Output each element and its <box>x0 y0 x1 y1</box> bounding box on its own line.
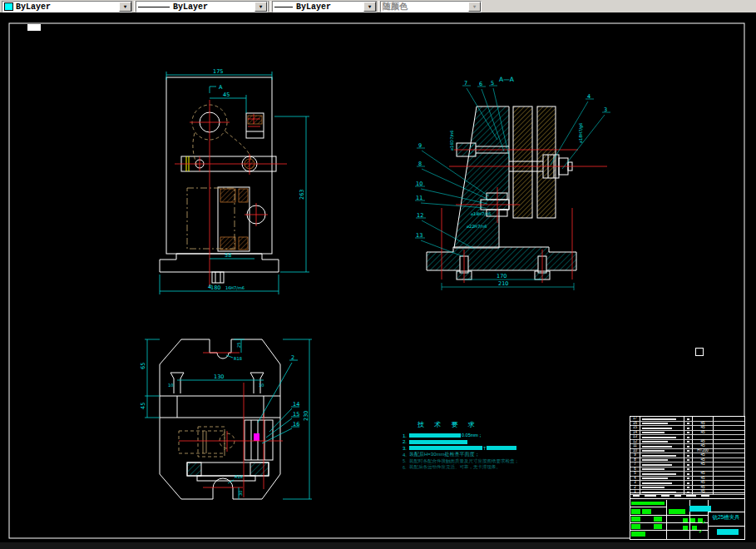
bom-name-bar <box>640 417 684 421</box>
item-tail: T <box>483 446 486 451</box>
dim-175: 175 <box>213 68 223 75</box>
callout-13: 13 <box>416 232 422 239</box>
item-number: 4. <box>403 453 408 458</box>
item-number: 5. <box>403 458 408 463</box>
callout-11: 11 <box>416 195 422 201</box>
plan-view-dimensions <box>145 339 312 499</box>
bom-qty-bar <box>684 426 693 430</box>
callout-14: 14 <box>293 401 299 408</box>
plotstyle-combo: 随颜色 ▼ <box>380 1 482 12</box>
green-cell <box>683 526 688 530</box>
bom-seq: 13 <box>630 435 640 439</box>
tech-req-item-1: 1. 0.05mm； <box>403 433 536 439</box>
linetype-combo[interactable]: ByLayer ▼ <box>136 1 268 12</box>
green-cell <box>642 509 651 514</box>
gridline <box>708 526 744 527</box>
color-combo[interactable]: ByLayer ▼ <box>2 1 132 12</box>
bom-qty-bar <box>684 472 693 476</box>
technical-requirements: 技 术 要 求 1. 0.05mm； 2. 3. T 4. 装配后H=30mm处… <box>403 420 536 471</box>
bom-qty-bar <box>684 453 693 458</box>
plotstyle-combo-value: 随颜色 <box>383 1 408 12</box>
color-combo-value: ByLayer <box>16 2 51 12</box>
dim-fit-right: ⌀18H7/g6 <box>578 123 584 143</box>
dim-210: 210 <box>498 280 508 287</box>
tech-req-item-5: 5. 装配时各配合件接触面质量及尺寸应按图纸要求检查； <box>403 458 536 464</box>
dim-10-right: 10 <box>259 383 264 388</box>
callout-4: 4 <box>587 93 590 100</box>
dim-45: 45 <box>223 92 230 98</box>
callout-5: 5 <box>491 80 494 87</box>
bom-name-bar <box>640 435 684 439</box>
lineweight-combo[interactable]: ByLayer ▼ <box>272 1 377 12</box>
front-view-hatch <box>220 116 262 250</box>
bom-name-bar <box>640 458 684 462</box>
header-bar <box>633 495 640 497</box>
bom-material: 45 <box>693 472 714 476</box>
bom-remark <box>714 449 744 453</box>
bom-material: 45 <box>693 453 714 458</box>
bom-remark <box>714 458 744 462</box>
header-bar <box>701 495 709 497</box>
bom-remark <box>714 440 744 444</box>
tech-req-item-6: 6. 装配后各运动件应灵活、可靠，无卡滞现象。 <box>403 464 536 471</box>
bom-material: 45 <box>693 426 714 430</box>
dim-fit14: ⌀14H7/n6 <box>471 211 491 216</box>
lineweight-combo-arrow-icon[interactable]: ▼ <box>363 2 376 12</box>
bom-qty-bar <box>684 467 693 472</box>
bom-remark <box>714 444 744 448</box>
dim-65: 65 <box>140 363 146 369</box>
grip-square[interactable] <box>695 348 704 356</box>
dim-fit-left: ⌀16D7/n6 <box>449 131 454 151</box>
callout-2: 2 <box>291 354 294 361</box>
tech-req-item-2: 2. <box>403 439 536 446</box>
bom-remark <box>714 481 744 485</box>
bom-name-bar <box>640 422 684 426</box>
header-bar <box>686 495 696 497</box>
green-cell <box>669 509 685 514</box>
bom-name-bar <box>640 440 684 444</box>
toolbar-separator <box>131 1 135 12</box>
bom-seq: 5 <box>630 472 640 476</box>
color-swatch <box>4 2 13 11</box>
bom-seq: 15 <box>630 426 640 430</box>
green-cell <box>631 524 640 529</box>
bom-remark <box>714 417 744 421</box>
green-cell <box>683 518 688 522</box>
bom-name-bar <box>640 444 684 448</box>
bom-name-bar <box>640 477 684 481</box>
bom-remark <box>714 435 744 439</box>
callout-6: 6 <box>479 81 482 87</box>
green-cell <box>692 526 697 530</box>
dim-130: 130 <box>214 373 224 380</box>
front-view-outline <box>160 77 279 283</box>
bottom-strip <box>0 542 756 549</box>
linetype-combo-arrow-icon[interactable]: ▼ <box>254 2 267 12</box>
bom-qty-bar <box>684 422 693 426</box>
bom-qty-bar <box>684 486 693 490</box>
header-bar <box>661 495 670 497</box>
callout-7: 7 <box>464 80 467 87</box>
highlighted-text-bar <box>409 433 461 438</box>
parts-list: 17 1645 1545 1445 13 1245 1145 10HT200 9… <box>630 417 744 492</box>
dim-r18-top: R18 <box>234 356 242 361</box>
bom-seq: 11 <box>630 444 640 448</box>
section-view: A—A 7 6 5 4 3 9 8 10 11 12 13 ⌀16D7/n6 ⌀… <box>415 76 610 290</box>
bom-name-bar <box>640 486 684 490</box>
bom-remark <box>714 453 744 458</box>
gridline <box>666 500 667 539</box>
callout-3: 3 <box>604 106 607 113</box>
title-block-signature-area: ✔ ✔ 铣25槽夹具 <box>630 500 744 539</box>
lineweight-line-icon <box>274 7 293 7</box>
dim-10-left: 10 <box>168 383 173 388</box>
bom-seq: 17 <box>630 417 640 421</box>
bom-material: 45 <box>693 462 714 467</box>
bom-remark <box>714 462 744 467</box>
plan-view-hidden-lines <box>179 427 235 457</box>
item-tail: 0.05mm； <box>462 433 482 438</box>
color-combo-arrow-icon[interactable]: ▼ <box>119 2 131 12</box>
bom-name-bar <box>640 431 684 435</box>
callout-15: 15 <box>293 411 299 418</box>
item-text: 装配后各运动件应灵活、可靠，无卡滞现象。 <box>409 464 501 470</box>
green-cell <box>631 532 645 537</box>
item-number: 6. <box>403 465 408 470</box>
